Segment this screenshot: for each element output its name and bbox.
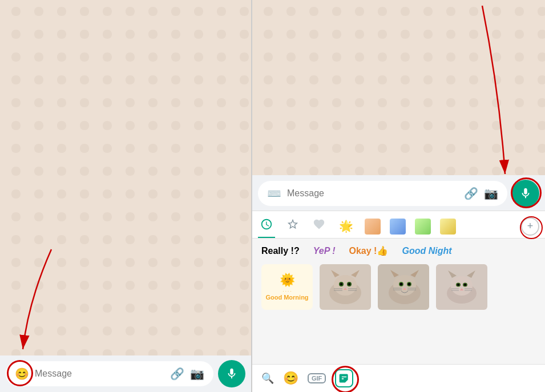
sticker-good-night[interactable]: Good Night — [402, 246, 451, 256]
sticker-cat-1[interactable] — [320, 264, 371, 310]
text-stickers-row: Really !? YeP ! Okay !👍 Good Night — [261, 245, 536, 256]
heart-icon — [313, 218, 325, 231]
svg-point-22 — [408, 283, 411, 286]
svg-marker-31 — [448, 270, 457, 278]
keyboard-icon[interactable]: ⌨️ — [267, 187, 281, 200]
left-message-input-container: 😊 🔗 📷 — [6, 361, 213, 386]
gm-text: Good Morning — [265, 294, 308, 301]
tab-sticker-pack-3[interactable] — [415, 219, 431, 235]
right-chat-area — [252, 0, 545, 175]
sticker-good-morning[interactable]: 🌞 · · · · Good Morning — [261, 264, 313, 310]
left-mic-button[interactable] — [218, 360, 245, 387]
plus-icon: + — [527, 220, 534, 232]
sticker-panel: 🌟 + Really !? YeP ! Okay !👍 Good Night — [252, 211, 545, 392]
sticker-content: Really !? YeP ! Okay !👍 Good Night 🌞 · ·… — [252, 239, 545, 364]
sticker-yep[interactable]: YeP ! — [313, 246, 336, 256]
left-chat-area — [0, 0, 251, 355]
right-attach-icon[interactable]: 🔗 — [464, 187, 478, 200]
svg-point-21 — [400, 283, 403, 286]
right-top-arrow-annotation — [437, 0, 528, 183]
right-panel: ⌨️ 🔗 📷 — [252, 0, 545, 392]
svg-point-9 — [348, 283, 350, 285]
cat-face-3 — [439, 267, 485, 307]
clock-icon — [260, 218, 273, 231]
tab-sticker-pack-2[interactable] — [390, 219, 406, 235]
right-message-input[interactable] — [287, 188, 458, 199]
left-input-bar: 😊 🔗 📷 — [0, 355, 251, 392]
tab-recent[interactable] — [258, 215, 275, 238]
right-camera-icon[interactable]: 📷 — [484, 187, 498, 200]
svg-marker-5 — [351, 270, 360, 277]
left-camera-icon[interactable]: 📷 — [190, 367, 204, 381]
sticker-search-bar: 🔍 😊 GIF — [252, 364, 545, 392]
tab-heart[interactable] — [310, 215, 328, 238]
svg-point-30 — [451, 276, 473, 296]
tab-sticker-pack-1[interactable] — [365, 219, 381, 235]
tab-add-button[interactable]: + — [521, 217, 539, 236]
cat-face-2 — [381, 267, 426, 307]
gif-badge[interactable]: GIF — [308, 373, 326, 383]
gm-dots: · · · · — [282, 289, 292, 294]
tab-sticker-pack-4[interactable] — [440, 219, 456, 235]
sticker-cat-3[interactable] — [436, 264, 487, 310]
svg-marker-4 — [331, 270, 340, 277]
star-icon — [286, 218, 299, 231]
right-mic-icon — [519, 187, 532, 200]
sticker-active-icon[interactable] — [335, 369, 353, 387]
left-panel: 😊 🔗 📷 — [0, 0, 251, 392]
sticker-emoji-icon[interactable]: 😊 — [283, 371, 298, 386]
svg-point-36 — [464, 284, 466, 286]
svg-marker-17 — [390, 270, 399, 277]
sticker-tabs: 🌟 + — [252, 211, 545, 239]
emoji-icon[interactable]: 😊 — [15, 367, 29, 381]
mic-icon — [225, 367, 238, 380]
tab-emoji-category[interactable]: 🌟 — [337, 216, 356, 237]
sticker-search-icon[interactable]: 🔍 — [261, 372, 274, 385]
svg-point-3 — [334, 275, 357, 296]
sticker-icon — [338, 373, 350, 384]
image-stickers-row: 🌞 · · · · Good Morning — [261, 264, 536, 310]
sun-emoji: 🌞 — [280, 273, 295, 288]
cat-face-1 — [322, 267, 368, 307]
svg-marker-18 — [410, 270, 419, 277]
sticker-okay[interactable]: Okay !👍 — [349, 245, 389, 256]
tab-favorites[interactable] — [284, 215, 301, 238]
right-message-input-container: ⌨️ 🔗 📷 — [258, 181, 507, 206]
right-input-bar: ⌨️ 🔗 📷 — [252, 175, 545, 211]
sticker-cat-2[interactable] — [378, 264, 429, 310]
right-mic-button[interactable] — [512, 180, 539, 207]
sticker-really[interactable]: Really !? — [261, 246, 300, 256]
svg-point-8 — [340, 283, 342, 285]
svg-marker-32 — [467, 270, 475, 278]
svg-point-35 — [457, 284, 459, 286]
left-attach-icon[interactable]: 🔗 — [170, 367, 184, 381]
left-message-input[interactable] — [35, 369, 164, 379]
